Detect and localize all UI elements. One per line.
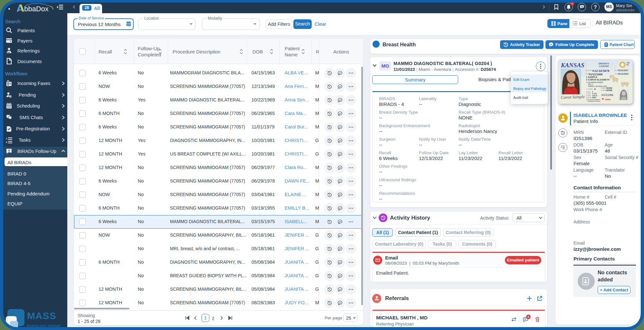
svg-text:9a LIC. NO.: 9a LIC. NO.	[585, 70, 592, 71]
svg-text:DONOR: DONOR	[605, 99, 611, 100]
svg-text:bbaDox: bbaDox	[24, 5, 49, 13]
svg-text:01/11/66: 01/11/66	[601, 93, 613, 97]
svg-text:SMS: SMS	[581, 6, 583, 7]
svg-text:15 SEX: 15 SEX	[586, 91, 591, 93]
svg-text:2 CARON ELIZABETH: 2 CARON ELIZABETH	[586, 79, 610, 81]
svg-text:DRIVER'S: DRIVER'S	[599, 62, 609, 65]
svg-text:9a END: 9a END	[601, 87, 606, 89]
svg-text:TOPEKA, KS 66612-1234: TOPEKA, KS 66612-1234	[588, 85, 607, 87]
svg-text:2: 2	[6, 141, 7, 143]
svg-text:1 SAMPLE: 1 SAMPLE	[586, 76, 597, 78]
svg-text:12 REST: 12 REST	[601, 90, 606, 91]
svg-text:K12-34-5678: K12-34-5678	[592, 69, 610, 72]
svg-text:1: 1	[6, 137, 7, 140]
svg-text:KS: KS	[627, 64, 629, 66]
svg-text:NONE: NONE	[606, 87, 612, 89]
svg-text:01/11/2017: 01/11/2017	[618, 69, 629, 71]
svg-text:17 WGT: 17 WGT	[586, 95, 591, 97]
svg-text:01/11/1966: 01/11/1966	[589, 73, 603, 76]
svg-text:NONE: NONE	[606, 89, 612, 91]
svg-text:18 EYES: 18 EYES	[586, 97, 592, 99]
svg-text:KANSAS: KANSAS	[561, 62, 584, 69]
svg-text:Caron Sample: Caron Sample	[561, 94, 585, 100]
svg-text:LICENSE: LICENSE	[599, 65, 609, 67]
svg-text:01/11/2023: 01/11/2023	[618, 73, 629, 75]
svg-text:23WWWC123YNW12: 23WWWC123YNW12	[588, 100, 601, 102]
svg-text:A: A	[594, 88, 596, 90]
svg-text:USA: USA	[627, 62, 630, 64]
svg-text:9 CLASS: 9 CLASS	[587, 88, 593, 90]
svg-text:BRO: BRO	[592, 97, 596, 99]
svg-text:16 HGT: 16 HGT	[586, 93, 591, 95]
